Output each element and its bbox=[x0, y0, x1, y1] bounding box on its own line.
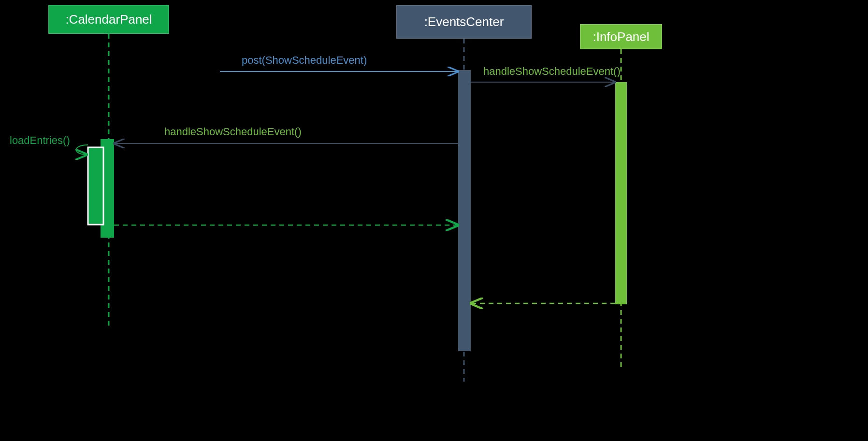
participant-eventscenter: :EventsCenter bbox=[396, 5, 532, 39]
participant-infopanel: :InfoPanel bbox=[580, 24, 662, 49]
msg-loadentries: loadEntries() bbox=[10, 134, 70, 147]
msg-handle-info: handleShowScheduleEvent() bbox=[483, 65, 621, 78]
msg-handle-cal: handleShowScheduleEvent() bbox=[164, 126, 302, 138]
svg-rect-6 bbox=[88, 147, 103, 225]
msg-post: post(ShowScheduleEvent) bbox=[242, 54, 367, 67]
svg-rect-3 bbox=[458, 70, 471, 351]
diagram-svg bbox=[0, 0, 868, 441]
svg-rect-4 bbox=[615, 82, 627, 304]
participant-calendarpanel: :CalendarPanel bbox=[48, 5, 169, 34]
svg-rect-5 bbox=[101, 139, 114, 238]
sequence-diagram: :CalendarPanel :EventsCenter :InfoPanel bbox=[0, 0, 868, 441]
